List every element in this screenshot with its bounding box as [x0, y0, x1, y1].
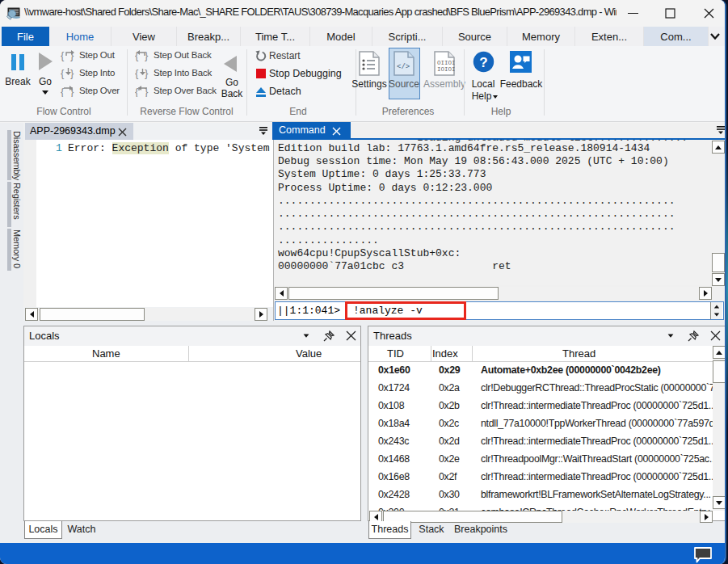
svg-text:{: {: [135, 86, 139, 97]
svg-text:OIIOI: OIIOI: [437, 60, 455, 66]
svg-text:}: }: [70, 67, 74, 79]
svg-text:{: {: [135, 67, 139, 79]
svg-text:{: {: [61, 49, 65, 61]
svg-text:</>: </>: [397, 63, 410, 71]
svg-text:IOIOI: IOIOI: [437, 66, 455, 73]
svg-text:?: ?: [479, 55, 487, 70]
svg-text:{: {: [61, 86, 65, 97]
svg-text:{: {: [61, 67, 65, 79]
svg-text:}: }: [145, 86, 149, 97]
svg-text:}: }: [145, 49, 149, 61]
svg-text:}: }: [145, 67, 149, 79]
svg-text:{: {: [135, 49, 139, 61]
